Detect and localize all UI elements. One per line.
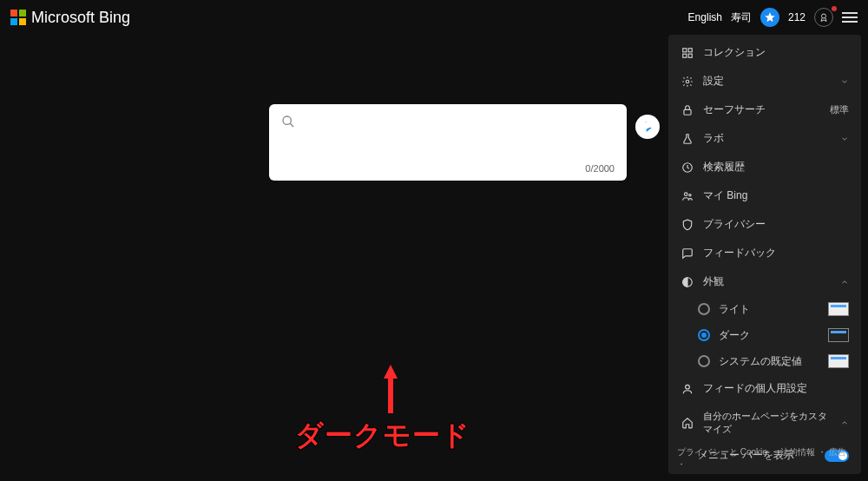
- appearance-option-dark[interactable]: ダーク: [668, 322, 861, 348]
- svg-rect-4: [683, 54, 687, 57]
- header-right: English 寿司 212: [688, 8, 858, 27]
- menu-item-customize-home[interactable]: 自分のホームページをカスタマイズ: [668, 403, 861, 443]
- menu-item-privacy[interactable]: プライバシー: [668, 210, 861, 239]
- language-switch[interactable]: English: [688, 11, 722, 23]
- gear-icon: [681, 75, 694, 89]
- collections-icon: [681, 46, 694, 60]
- menu-item-labs[interactable]: ラボ: [668, 124, 861, 153]
- menu-label: フィードの個人用設定: [703, 381, 849, 396]
- radio-icon: [698, 303, 710, 315]
- menu-label: 設定: [703, 74, 832, 89]
- menu-item-history[interactable]: 検索履歴: [668, 153, 861, 181]
- menu-item-mybing[interactable]: マイ Bing: [668, 181, 861, 210]
- panel-footer-links[interactable]: プライバシーと Cookie ・ 法的情報 ・ 広告 ・: [677, 446, 852, 471]
- svg-point-12: [686, 385, 690, 389]
- menu-label: 外観: [703, 274, 832, 289]
- option-label: ダーク: [719, 329, 750, 342]
- menu-label: 自分のホームページをカスタマイズ: [703, 410, 832, 436]
- svg-rect-5: [688, 54, 692, 57]
- rewards-icon[interactable]: [814, 8, 833, 27]
- appearance-option-system[interactable]: システムの既定値: [668, 348, 861, 374]
- svg-point-6: [686, 80, 689, 83]
- menu-label: ラボ: [703, 131, 832, 146]
- theme-thumb-dark-icon: [828, 328, 849, 342]
- menu-item-feedback[interactable]: フィードバック: [668, 239, 861, 267]
- brand[interactable]: Microsoft Bing: [10, 9, 130, 27]
- svg-point-10: [689, 194, 691, 195]
- flask-icon: [681, 132, 694, 146]
- search-box[interactable]: 0/2000: [269, 104, 627, 181]
- people-icon: [681, 189, 694, 203]
- menu-label: マイ Bing: [703, 188, 849, 203]
- menu-item-feed-personalize[interactable]: フィードの個人用設定: [668, 374, 861, 403]
- contrast-icon: [681, 275, 694, 289]
- brand-text: Microsoft Bing: [31, 9, 130, 27]
- menu-item-collections[interactable]: コレクション: [668, 38, 861, 67]
- radio-selected-icon: [698, 329, 710, 341]
- svg-rect-7: [684, 109, 691, 115]
- option-label: ライト: [719, 303, 750, 316]
- svg-point-9: [685, 192, 688, 195]
- menu-label: 検索履歴: [703, 160, 849, 175]
- menu-label: フィードバック: [703, 246, 849, 260]
- microsoft-logo-icon: [10, 10, 26, 25]
- bing-chat-button[interactable]: [635, 115, 660, 139]
- theme-thumb-system-icon: [828, 354, 849, 368]
- safesearch-value: 標準: [830, 103, 849, 116]
- chevron-down-icon: [840, 77, 849, 86]
- chat-icon: [681, 247, 694, 260]
- char-counter: 0/2000: [585, 163, 615, 174]
- lock-icon: [681, 103, 694, 117]
- points-count[interactable]: 212: [788, 11, 806, 23]
- header: Microsoft Bing English 寿司 212: [0, 0, 868, 35]
- search-area: 0/2000: [269, 104, 627, 181]
- radio-icon: [698, 355, 710, 367]
- appearance-option-light[interactable]: ライト: [668, 296, 861, 322]
- svg-rect-2: [683, 48, 687, 51]
- menu-item-appearance[interactable]: 外観: [668, 267, 861, 296]
- hamburger-menu-icon[interactable]: [842, 12, 858, 23]
- shield-icon: [681, 218, 694, 232]
- chevron-down-icon: [840, 135, 849, 143]
- user-label[interactable]: 寿司: [731, 10, 752, 25]
- menu-label: プライバシー: [703, 217, 849, 232]
- menu-item-safesearch[interactable]: セーフサーチ 標準: [668, 96, 861, 124]
- option-label: システムの既定値: [719, 355, 802, 368]
- menu-label: セーフサーチ: [703, 102, 821, 117]
- svg-point-1: [283, 116, 291, 124]
- user-avatar-icon[interactable]: [760, 8, 779, 27]
- svg-point-0: [822, 14, 826, 18]
- search-input[interactable]: [300, 115, 615, 128]
- svg-rect-3: [688, 48, 692, 51]
- avatar-icon: [681, 382, 694, 396]
- menu-label: コレクション: [703, 45, 849, 60]
- theme-thumb-light-icon: [828, 302, 849, 316]
- chevron-up-icon: [840, 278, 849, 287]
- annotation-label: ダークモード: [295, 417, 470, 455]
- notification-dot-icon: [832, 6, 837, 11]
- home-icon: [681, 416, 694, 430]
- settings-panel: コレクション 設定 セーフサーチ 標準 ラボ 検索履歴: [668, 35, 861, 474]
- menu-item-settings[interactable]: 設定: [668, 67, 861, 96]
- clock-icon: [681, 161, 694, 175]
- annotation-arrow-icon: [382, 365, 399, 413]
- search-icon: [281, 115, 295, 128]
- chevron-up-icon: [840, 418, 849, 427]
